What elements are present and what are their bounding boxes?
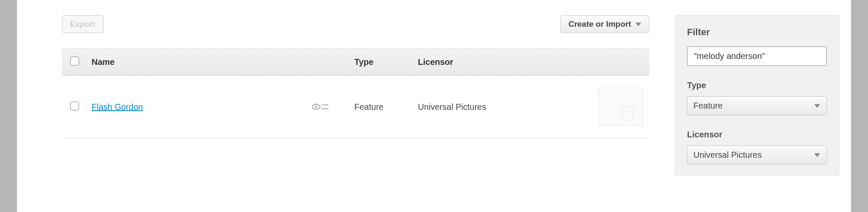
column-header-type[interactable]: Type	[348, 49, 412, 76]
filter-panel: Filter Type Feature Licensor Universal P…	[675, 15, 839, 176]
filter-type-select[interactable]: Feature	[687, 96, 827, 115]
table-header-row: Name Type Licensor	[62, 49, 649, 76]
filter-type-label: Type	[687, 81, 827, 90]
sidebar-column: Filter Type Feature Licensor Universal P…	[675, 15, 851, 212]
filter-type-select-wrap: Feature	[687, 96, 827, 115]
row-licensor-cell: Universal Pictures	[412, 76, 593, 138]
export-button-label: Export	[70, 20, 95, 29]
row-checkbox[interactable]	[70, 101, 79, 111]
thumbnail-placeholder-icon	[598, 88, 643, 126]
column-header-licensor[interactable]: Licensor	[412, 49, 649, 76]
row-select-cell	[62, 76, 86, 138]
table-row: Flash Gordon Feature	[62, 76, 649, 138]
select-all-header	[62, 49, 86, 76]
filter-title: Filter	[687, 27, 827, 38]
filter-licensor-select-wrap: Universal Pictures	[687, 145, 827, 165]
row-type-cell: Feature	[348, 76, 412, 138]
item-title-link[interactable]: Flash Gordon	[92, 102, 143, 112]
row-thumbnail-cell	[593, 76, 649, 138]
visibility-icon	[312, 103, 330, 111]
filter-licensor-value: Universal Pictures	[693, 150, 762, 159]
create-or-import-button[interactable]: Create or Import	[560, 15, 649, 33]
select-all-checkbox[interactable]	[70, 56, 79, 66]
svg-rect-3	[322, 108, 328, 109]
filter-licensor-select[interactable]: Universal Pictures	[687, 145, 827, 165]
export-button[interactable]: Export	[62, 15, 103, 33]
items-table: Name Type Licensor Flash Gordon	[62, 48, 649, 138]
column-header-name[interactable]: Name	[86, 49, 348, 76]
toolbar: Export Create or Import	[62, 15, 649, 33]
app-frame: Export Create or Import Name Type Licens…	[17, 0, 851, 212]
main-column: Export Create or Import Name Type Licens…	[17, 15, 675, 212]
create-or-import-label: Create or Import	[568, 20, 631, 29]
svg-rect-2	[322, 104, 328, 106]
filter-licensor-label: Licensor	[687, 130, 827, 139]
chevron-down-icon	[635, 22, 641, 26]
filter-search-input[interactable]	[687, 46, 827, 66]
svg-point-1	[315, 106, 317, 108]
row-name-cell: Flash Gordon	[86, 76, 348, 138]
filter-type-value: Feature	[693, 101, 723, 110]
